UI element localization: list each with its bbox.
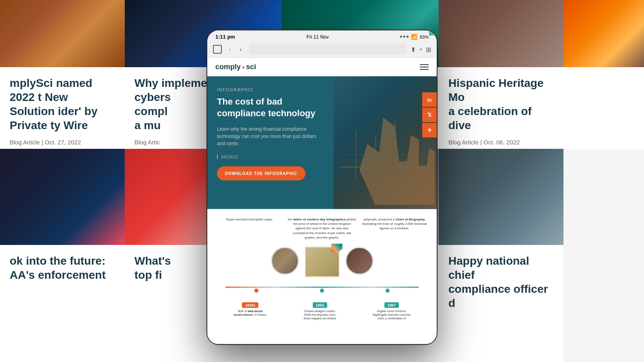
dot-1854 xyxy=(320,289,324,293)
year-badge-1854: 1854 xyxy=(313,302,327,308)
card-9-title: Happy national chiefcompliance officer d xyxy=(448,254,554,310)
site-navbar: comply ● sci xyxy=(207,58,437,76)
timeline-labels: 1830s Birth of data-basedsocial science.… xyxy=(215,301,429,320)
status-right: 📶 83% xyxy=(400,34,429,40)
dot-1830s xyxy=(254,289,258,293)
hero-text: INFOGRAPHIC The cost of bad compliance t… xyxy=(207,76,334,209)
timeline-text-1: Dupin invented choropleth maps. xyxy=(215,217,284,240)
year-desc-1830s: Birth of data-basedsocial science. In Fr… xyxy=(233,309,267,317)
card-4-meta: Blog Article | Oct. 06, 2022 xyxy=(448,139,554,146)
brand-name2: sci xyxy=(246,63,256,71)
decor-1 xyxy=(331,244,343,253)
year-badge-1857: 1857 xyxy=(384,302,399,308)
hamburger-menu[interactable] xyxy=(420,64,429,70)
linkedin-icon[interactable]: in xyxy=(422,93,437,107)
hero-image: in 𝕏 ✈ xyxy=(334,76,437,209)
hero-date: 04/18/22 xyxy=(217,154,324,159)
card-9-image xyxy=(439,149,564,245)
label-1830s: 1830s Birth of data-basedsocial science.… xyxy=(233,301,267,320)
hero-section: INFOGRAPHIC The cost of bad compliance t… xyxy=(207,76,437,209)
year-desc-1857: English nurse FlorenceNightingale used t… xyxy=(373,309,411,320)
dot-1857 xyxy=(386,289,390,293)
address-bar[interactable] xyxy=(249,44,407,55)
brand-logo: comply ● sci xyxy=(215,63,256,71)
share-icon[interactable]: ⬆ xyxy=(411,45,416,53)
add-tab-icon[interactable]: + xyxy=(419,46,423,53)
card-4[interactable]: Hispanic Heritage Moa celebration of div… xyxy=(439,0,564,149)
status-time: 1:11 pm xyxy=(215,34,235,40)
timeline-dots xyxy=(223,289,421,293)
forward-button[interactable]: › xyxy=(236,45,245,54)
portrait-1 xyxy=(271,247,299,275)
hamburger-line-1 xyxy=(420,64,429,65)
telegram-icon[interactable]: ✈ xyxy=(422,123,437,138)
portraits-row xyxy=(215,247,429,277)
infographic-section: Dupin invented choropleth maps. the fath… xyxy=(207,209,437,344)
card-1[interactable]: mplySci named 2022 t New Solution ider' … xyxy=(0,0,125,149)
label-1857: 1857 English nurse FlorenceNightingale u… xyxy=(373,301,411,320)
card-1-title: mplySci named 2022 t New Solution ider' … xyxy=(10,76,115,132)
infographic-content: Dupin invented choropleth maps. the fath… xyxy=(215,217,429,320)
label-1854: 1854 Cholera ravaged London.While the ph… xyxy=(303,301,336,320)
timeline-text-2: the father of modern-day Infographics pl… xyxy=(288,217,356,240)
tab-switcher-icon[interactable] xyxy=(213,45,222,54)
grid-icon[interactable]: ⊞ xyxy=(426,45,431,53)
cta-button[interactable]: DOWNLOAD THE INFOGRAPHIC xyxy=(217,167,305,181)
card-9[interactable]: Happy national chiefcompliance officer d xyxy=(439,149,564,362)
card-6[interactable]: ok into the future:AA's enforcement xyxy=(0,149,125,362)
browser-toolbar[interactable]: ‹ › ⬆ + ⊞ xyxy=(207,41,437,58)
tablet-content: INFOGRAPHIC The cost of bad compliance t… xyxy=(207,76,437,344)
battery-text: 83% xyxy=(420,34,429,39)
card-5[interactable] xyxy=(564,0,644,149)
card-1-meta: Blog Article | Oct. 27, 2022 xyxy=(10,139,115,146)
hamburger-line-2 xyxy=(420,66,429,67)
card-5-image xyxy=(564,0,644,67)
tablet-chrome: 1:11 pm Fri 11 Nov 📶 83% ‹ › xyxy=(207,31,437,58)
toolbar-actions[interactable]: ⬆ + ⊞ xyxy=(411,45,431,53)
brand-dot: ● xyxy=(242,64,245,70)
wifi-icon: 📶 xyxy=(411,34,417,40)
signal-dots xyxy=(400,36,409,38)
timeline-text-row: Dupin invented choropleth maps. the fath… xyxy=(215,217,429,240)
card-6-title: ok into the future:AA's enforcement xyxy=(10,254,115,282)
hamburger-line-3 xyxy=(420,69,429,70)
hero-title: The cost of bad compliance technology xyxy=(217,96,324,119)
brand-name: comply xyxy=(215,63,241,71)
portrait-2-container xyxy=(305,247,339,277)
card-1-image xyxy=(0,0,125,67)
twitter-icon[interactable]: 𝕏 xyxy=(422,108,437,122)
portrait-3 xyxy=(345,247,374,275)
year-badge-1830s: 1830s xyxy=(242,302,258,308)
card-4-title: Hispanic Heritage Moa celebration of div… xyxy=(448,76,554,132)
social-sidebar: in 𝕏 ✈ xyxy=(422,93,437,138)
status-bar: 1:11 pm Fri 11 Nov 📶 83% xyxy=(207,31,437,41)
hero-description: Learn why the wrong financial compliance… xyxy=(217,125,324,147)
year-desc-1854: Cholera ravaged London.While the physici… xyxy=(303,309,336,320)
card-4-image xyxy=(439,0,564,67)
hero-tag: INFOGRAPHIC xyxy=(217,88,324,92)
tablet-device: 1:11 pm Fri 11 Nov 📶 83% ‹ › xyxy=(207,31,437,344)
status-day: Fri 11 Nov xyxy=(306,34,328,39)
timeline-container xyxy=(223,284,421,293)
back-button[interactable]: ‹ xyxy=(226,45,235,54)
card-6-image xyxy=(0,149,125,245)
timeline-text-3: polymath, produced a Chart of Biography,… xyxy=(360,217,429,240)
timeline-line xyxy=(225,287,419,288)
nav-buttons[interactable]: ‹ › xyxy=(226,45,245,54)
hero-image-placeholder xyxy=(334,76,437,209)
